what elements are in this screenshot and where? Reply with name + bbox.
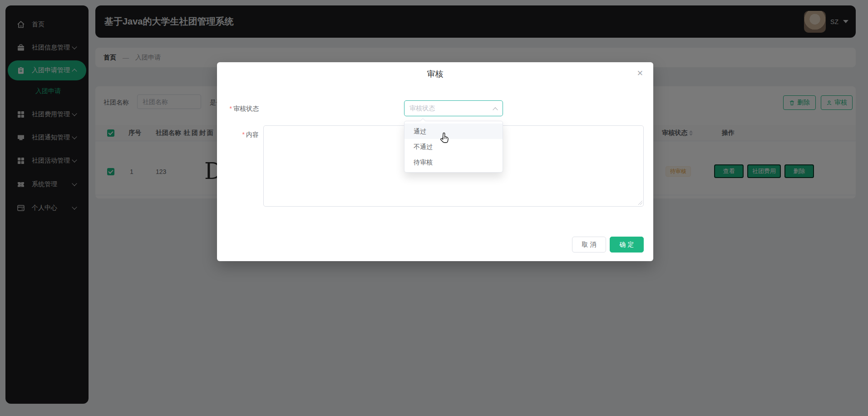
confirm-button[interactable]: 确 定 [610,237,644,253]
select-placeholder: 审核状态 [409,104,435,113]
status-dropdown: 通过 不通过 待审核 [404,121,503,173]
option-pending[interactable]: 待审核 [404,154,503,170]
required-asterisk: * [242,131,245,138]
status-field-label: *审核状态 [217,105,259,113]
review-status-select[interactable]: 审核状态 [404,100,503,116]
option-fail[interactable]: 不通过 [404,139,503,154]
content-field-label: *内容 [217,131,259,139]
cancel-button[interactable]: 取 消 [572,237,606,253]
app-root: 首页 社团信息管理 入团申请管理 入团申请 社团费用管理 [0,0,868,416]
option-pass[interactable]: 通过 [404,124,503,139]
chevron-up-icon [493,107,498,112]
close-icon[interactable]: ✕ [637,69,643,78]
modal-title: 审核 [217,69,653,79]
required-asterisk: * [230,105,232,112]
